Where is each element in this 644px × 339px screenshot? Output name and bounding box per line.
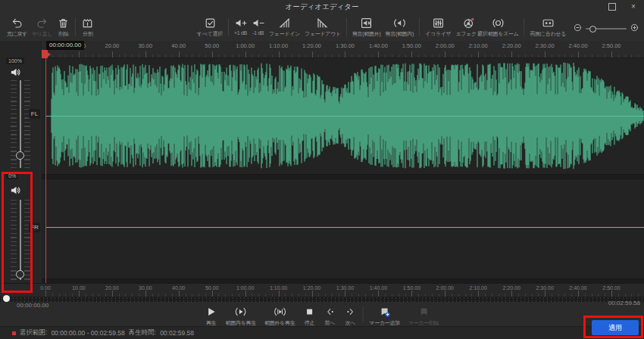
selection-indicator-dot: [12, 331, 16, 335]
zoom-slider-track[interactable]: [586, 28, 627, 30]
waveform-track-fr[interactable]: [42, 179, 644, 278]
toolbar-delete-button[interactable]: 削除: [55, 16, 72, 39]
volume-minus-icon: [252, 17, 264, 30]
toolbar-silence-outside-label: 無音(範囲外): [352, 30, 381, 38]
overview-time-label: 20.00: [105, 285, 119, 291]
timeline-ruler[interactable]: 10.0020.0030.0040.0050.001:00.001:10.001…: [42, 41, 644, 58]
toolbar-fade-out-button[interactable]: フェードアウト: [302, 16, 343, 39]
overview-ruler[interactable]: 0.0010.0020.0030.0040.0050.001:00.001:10…: [0, 283, 644, 297]
redo-icon: [36, 17, 48, 30]
toolbar-plus-1db-button[interactable]: +1 dB: [232, 16, 249, 36]
ruler-tick: [345, 291, 345, 297]
close-button[interactable]: ×: [629, 2, 638, 11]
toolbar-fade-in-button[interactable]: フェードイン: [267, 16, 302, 39]
ruler-time-label: 2:30.00: [536, 42, 555, 49]
overview-time-label: 1:40.00: [370, 285, 387, 291]
toolbar-split-label: 分割: [83, 30, 92, 38]
ruler-tick: [312, 291, 313, 297]
ruler-time-label: 1:40.00: [369, 42, 388, 49]
toolbar-redo-label: やり直し: [32, 30, 52, 38]
fl-volume-slider[interactable]: [11, 80, 30, 168]
next-icon: [344, 305, 356, 319]
play-out-range-icon: [274, 305, 286, 319]
overview-time-label: 1:50.00: [403, 285, 420, 291]
ruler-time-label: 1:10.00: [269, 42, 288, 49]
trash-icon: [57, 17, 70, 30]
ruler-tick: [112, 291, 113, 297]
toolbar-split-button[interactable]: 分割: [79, 16, 96, 39]
toolbar-group-edit: 元に戻すやり直し削除分割: [5, 16, 96, 39]
overview-time-label: 30.00: [139, 285, 152, 291]
toolbar-silence-inside-label: 無音(範囲内): [385, 30, 414, 38]
fl-speaker-icon[interactable]: [10, 67, 21, 81]
ruler-tick: [212, 291, 213, 297]
fr-speaker-icon[interactable]: [10, 185, 21, 199]
toolbar-silence-inside-button[interactable]: 無音(範囲内): [383, 16, 416, 39]
fit-screen-icon: [542, 17, 555, 30]
stop-icon: [303, 305, 315, 319]
toolbar-minus-1db-button[interactable]: -1 dB: [249, 16, 267, 36]
toolbar-minus-1db-label: -1 dB: [252, 30, 264, 36]
zoom-slider-knob[interactable]: [589, 26, 596, 33]
ruler-tick: [478, 51, 479, 58]
toolbar-undo-button[interactable]: 元に戻す: [5, 16, 30, 39]
ruler-tick: [578, 291, 579, 297]
overview-time-label: 50.00: [205, 285, 219, 291]
play-button[interactable]: 再生: [203, 305, 220, 327]
prev-icon: [324, 305, 336, 319]
toolbar-equalizer-label: イコライザ: [425, 30, 451, 38]
ruler-time-label: 30.00: [138, 42, 152, 49]
ruler-time-label: 2:40.00: [569, 42, 588, 49]
toolbar-silence-outside-button[interactable]: 無音(範囲外): [350, 16, 383, 39]
fr-volume-slider[interactable]: [11, 200, 30, 280]
overview-scrollbar[interactable]: [0, 297, 644, 302]
ruler-tick: [212, 51, 213, 58]
ruler-tick: [411, 51, 412, 58]
add-marker-button[interactable]: マーカー追加: [367, 305, 402, 327]
equalizer-icon: [432, 17, 445, 30]
ruler-time-label: 20.00: [105, 42, 119, 49]
waveform-track-fl[interactable]: [42, 58, 644, 174]
playhead-marker[interactable]: [42, 50, 48, 58]
ruler-tick: [445, 291, 445, 297]
ruler-tick: [145, 51, 146, 58]
fr-volume-knob[interactable]: [16, 270, 24, 278]
ruler-tick: [511, 51, 512, 58]
zoom-out-icon[interactable]: [573, 22, 583, 36]
toolbar: 元に戻すやり直し削除分割 すべて選択+1 dB-1 dBフェードインフェードアウ…: [0, 14, 644, 42]
fr-slider-rail: [20, 200, 21, 280]
toolbar-select-all-button[interactable]: すべて選択: [195, 16, 225, 39]
playhead-time-badge: 00:00:00.00: [46, 41, 84, 50]
toolbar-redo-button: やり直し: [30, 16, 55, 39]
undo-icon: [11, 17, 23, 30]
previous-button[interactable]: 前へ: [321, 305, 338, 327]
ruler-time-label: 2:00.00: [436, 42, 455, 49]
overview-time-label: 1:00.00: [236, 285, 254, 291]
toolbar-zoom-selection-button[interactable]: 選択範囲をズーム: [475, 16, 521, 39]
play-out-range-button[interactable]: 範囲外を再生: [262, 305, 297, 327]
duration-value: 00:02:59.58: [160, 329, 194, 337]
ruler-tick: [79, 51, 80, 58]
ruler-time-label: 40.00: [171, 42, 186, 49]
next-button[interactable]: 次へ: [342, 305, 358, 327]
ruler-time-label: 1:50.00: [402, 42, 421, 49]
play-in-range-button[interactable]: 範囲内を再生: [224, 305, 258, 327]
apply-button[interactable]: 適用: [592, 320, 639, 335]
ruler-tick: [179, 51, 180, 58]
stop-button[interactable]: 停止: [301, 305, 317, 327]
ruler-tick: [611, 51, 612, 58]
toolbar-equalizer-button[interactable]: イコライザ: [423, 16, 453, 39]
overview-scroll-handle[interactable]: [3, 295, 10, 302]
maximize-button[interactable]: [608, 2, 617, 11]
toolbar-separator: [346, 18, 347, 36]
toolbar-fit-screen-button[interactable]: 画面に合わせる: [527, 16, 568, 39]
zoom-in-icon[interactable]: [630, 22, 639, 36]
ruler-tick: [545, 51, 546, 58]
fl-volume-knob[interactable]: [16, 151, 24, 160]
playhead-line: [45, 58, 46, 283]
delete-marker-button: マーカー削除: [406, 305, 442, 327]
fl-volume-value: 100%: [6, 58, 24, 64]
ruler-time-label: 2:10.00: [469, 42, 488, 49]
toolbar-select-all-label: すべて選択: [197, 30, 223, 38]
toolbar-group-audio: すべて選択+1 dB-1 dBフェードインフェードアウト無音(範囲外)無音(範囲…: [195, 16, 484, 39]
